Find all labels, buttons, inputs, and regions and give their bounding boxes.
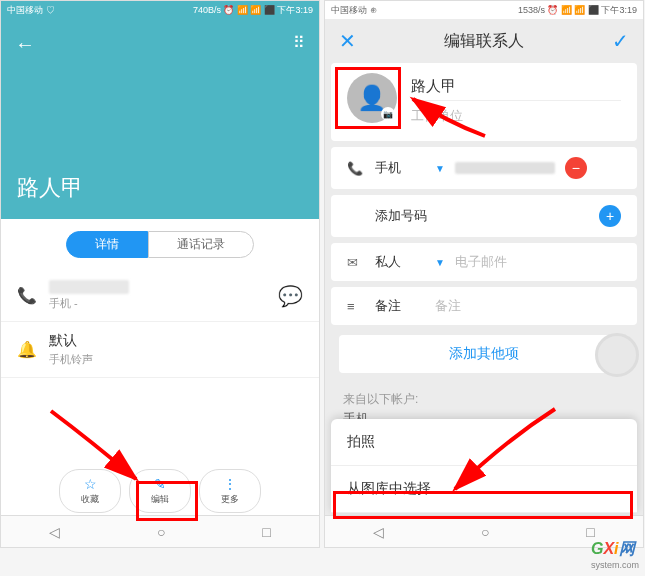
message-icon[interactable]: 💬 — [278, 284, 303, 308]
status-bar: 中国移动 ⊕ 1538/s ⏰ 📶 📶 ⬛ 下午3:19 — [325, 1, 643, 19]
phone-type-label: 手机 — [375, 159, 425, 177]
ringtone-label: 手机铃声 — [49, 352, 303, 367]
phone-icon: 📞 — [347, 161, 365, 176]
ringtone-value: 默认 — [49, 332, 303, 350]
phone-number — [49, 280, 129, 294]
notes-label: 备注 — [375, 297, 425, 315]
add-phone-button[interactable]: + — [599, 205, 621, 227]
dropdown-icon[interactable]: ▼ — [435, 163, 445, 174]
notes-icon: ≡ — [347, 299, 365, 314]
add-number-row[interactable]: 添加号码 + — [331, 195, 637, 237]
favorite-button[interactable]: ☆ 收藏 — [59, 469, 121, 513]
notes-input[interactable]: 备注 — [435, 297, 621, 315]
phone-value[interactable] — [455, 162, 555, 174]
email-row[interactable]: ✉ 私人 ▼ 电子邮件 — [331, 243, 637, 281]
android-navbar: ◁ ○ □ — [1, 515, 319, 547]
tabs: 详情 通话记录 — [1, 219, 319, 270]
floating-button[interactable] — [595, 333, 639, 377]
star-icon: ☆ — [84, 476, 97, 492]
status-time: 1538/s ⏰ 📶 📶 ⬛ 下午3:19 — [518, 4, 637, 17]
phone-type: 手机 - — [49, 296, 266, 311]
add-other-button[interactable]: 添加其他项 — [339, 335, 629, 373]
sheet-camera-option[interactable]: 拍照 — [331, 419, 637, 466]
edit-contact-screen: 中国移动 ⊕ 1538/s ⏰ 📶 📶 ⬛ 下午3:19 ✕ 编辑联系人 ✓ 👤… — [324, 0, 644, 548]
nav-back-icon[interactable]: ◁ — [373, 524, 384, 540]
close-icon[interactable]: ✕ — [339, 29, 356, 53]
nav-back-icon[interactable]: ◁ — [49, 524, 60, 540]
email-icon: ✉ — [347, 255, 365, 270]
nav-recent-icon[interactable]: □ — [586, 524, 594, 540]
tab-detail[interactable]: 详情 — [66, 231, 148, 258]
edit-header: ✕ 编辑联系人 ✓ — [325, 19, 643, 63]
contact-header: ← ⠿ 路人甲 — [1, 19, 319, 219]
more-button[interactable]: ⋮ 更多 — [199, 469, 261, 513]
tab-call-log[interactable]: 通话记录 — [148, 231, 254, 258]
status-bar: 中国移动 ♡ 740B/s ⏰ 📶 📶 ⬛ 下午3:19 — [1, 1, 319, 19]
bell-icon: 🔔 — [17, 340, 37, 359]
more-icon: ⋮ — [223, 476, 237, 492]
camera-icon: 📷 — [381, 107, 395, 121]
edit-button[interactable]: ✎ 编辑 — [129, 469, 191, 513]
name-field[interactable]: 路人甲 — [411, 73, 621, 101]
work-field[interactable]: 工作单位 — [411, 101, 621, 131]
phone-field-row[interactable]: 📞 手机 ▼ − — [331, 147, 637, 189]
photo-source-sheet: 拍照 从图库中选择 — [331, 419, 637, 513]
add-number-label: 添加号码 — [375, 207, 589, 225]
status-carrier: 中国移动 ⊕ — [331, 4, 377, 17]
watermark: GXi网 system.com — [591, 539, 639, 570]
confirm-icon[interactable]: ✓ — [612, 29, 629, 53]
contact-detail-screen: 中国移动 ♡ 740B/s ⏰ 📶 📶 ⬛ 下午3:19 ← ⠿ 路人甲 详情 … — [0, 0, 320, 548]
pencil-icon: ✎ — [154, 476, 166, 492]
page-title: 编辑联系人 — [444, 31, 524, 52]
back-icon[interactable]: ← — [15, 33, 35, 56]
remove-phone-button[interactable]: − — [565, 157, 587, 179]
status-time: 740B/s ⏰ 📶 📶 ⬛ 下午3:19 — [193, 4, 313, 17]
more-label: 更多 — [221, 493, 239, 506]
nav-home-icon[interactable]: ○ — [481, 524, 489, 540]
notes-row[interactable]: ≡ 备注 备注 — [331, 287, 637, 325]
phone-row[interactable]: 📞 手机 - 💬 — [1, 270, 319, 322]
email-type-label: 私人 — [375, 253, 425, 271]
favorite-label: 收藏 — [81, 493, 99, 506]
email-input[interactable]: 电子邮件 — [455, 253, 621, 271]
edit-label: 编辑 — [151, 493, 169, 506]
account-from-label: 来自以下帐户: — [343, 391, 625, 408]
contact-name: 路人甲 — [17, 173, 83, 203]
nav-home-icon[interactable]: ○ — [157, 524, 165, 540]
ringtone-row[interactable]: 🔔 默认 手机铃声 — [1, 322, 319, 378]
dropdown-icon[interactable]: ▼ — [435, 257, 445, 268]
avatar-section: 👤 📷 路人甲 工作单位 — [331, 63, 637, 141]
sheet-gallery-option[interactable]: 从图库中选择 — [331, 466, 637, 513]
nav-recent-icon[interactable]: □ — [262, 524, 270, 540]
phone-icon: 📞 — [17, 286, 37, 305]
bottom-actions: ☆ 收藏 ✎ 编辑 ⋮ 更多 — [1, 469, 319, 513]
status-carrier: 中国移动 ♡ — [7, 4, 55, 17]
qrcode-icon[interactable]: ⠿ — [293, 33, 305, 52]
contact-avatar[interactable]: 👤 📷 — [347, 73, 397, 123]
